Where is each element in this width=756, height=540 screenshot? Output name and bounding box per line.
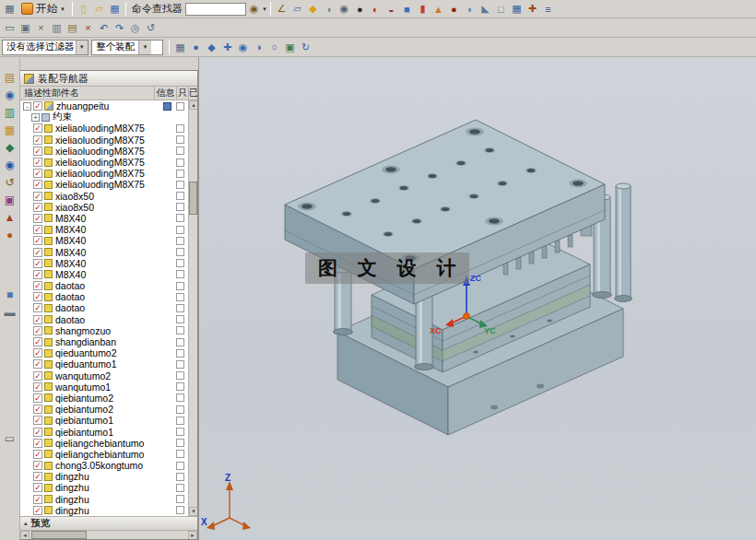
tree-row[interactable]: ✓daotao [20,280,188,291]
paste-icon[interactable]: ▤ [65,20,80,36]
component-checkbox[interactable]: ✓ [33,461,42,470]
wcs-origin-ball[interactable] [464,313,470,320]
gear-icon[interactable]: ◎ [127,20,143,36]
component-checkbox[interactable]: ✓ [33,359,42,369]
tree-row[interactable]: ✓xieliaoluodingM8X75 [20,168,188,179]
tree-row[interactable]: ✓dingzhu [20,482,188,493]
tree-row[interactable]: ✓qieliangchebiantumo [20,449,188,460]
wcs-x-label[interactable]: XC [430,326,442,335]
tree-row[interactable]: ✓shangdianban [20,336,188,347]
scrollbar-thumb[interactable] [189,182,197,215]
sphere-icon[interactable]: ● [446,1,462,17]
caret-down-icon[interactable]: ▼ [138,41,151,54]
readonly-checkbox[interactable] [176,214,184,222]
boolean-intersect-icon[interactable]: ◒ [384,1,399,17]
fit-view-icon[interactable]: ▣ [282,40,298,55]
readonly-checkbox[interactable] [176,293,184,301]
readonly-checkbox[interactable] [176,439,184,447]
part-navigator-icon[interactable]: ▥ [2,105,18,120]
extrude-icon[interactable]: ◆ [305,1,321,17]
readonly-checkbox[interactable] [176,315,184,323]
expand-toggle[interactable]: + [31,113,40,122]
tree-row[interactable]: ✓daotao [20,291,188,302]
history-icon[interactable]: ↺ [2,175,18,190]
readonly-checkbox[interactable] [176,170,184,178]
web-browser-icon[interactable]: ◉ [2,158,18,172]
component-checkbox[interactable]: ✓ [33,101,42,111]
copy-icon[interactable]: ▥ [49,20,65,36]
intersection-point-icon[interactable]: ✚ [219,40,235,55]
readonly-checkbox[interactable] [176,147,184,155]
shell-icon[interactable]: □ [493,1,509,17]
component-checkbox[interactable]: ✓ [33,439,42,448]
arc-center-icon[interactable]: ◉ [235,40,251,55]
tree-row[interactable]: ✓daotao [20,302,188,313]
hole-icon[interactable]: ◉ [337,1,352,17]
vertical-scrollbar[interactable]: ▲ ▼ [188,100,197,516]
tree-row[interactable]: ✓M8X40 [20,235,188,246]
start-menu-button[interactable]: 开始 ▼ [18,1,69,18]
component-checkbox[interactable]: ✓ [33,281,42,290]
constraint-navigator-icon[interactable]: ◉ [2,88,18,102]
midpoint-icon[interactable]: ◆ [204,40,219,55]
tree-row[interactable]: ✓dingzhu [20,471,188,482]
component-checkbox[interactable]: ✓ [33,450,42,459]
scroll-left-icon[interactable]: ◄ [20,531,30,540]
horizontal-scrollbar[interactable]: ◄ ► [20,530,197,539]
expand-toggle[interactable]: - [23,102,31,111]
save-icon[interactable]: ▦ [107,1,123,17]
component-checkbox[interactable]: ✓ [33,158,42,167]
tree-row[interactable]: ✓qieliangchebiantumo [20,438,188,449]
boolean-subtract-icon[interactable]: ◐ [368,1,384,17]
component-checkbox[interactable]: ✓ [33,416,42,425]
pattern-feature-icon[interactable]: ▦ [509,1,525,17]
tree-row[interactable]: ✓qiebiantumo1 [20,426,188,437]
selection-filter-combo[interactable]: 没有选择过滤器 ▼ [2,40,89,55]
3d-model-canvas[interactable]: ZC YC XC Z X [199,57,756,540]
component-checkbox[interactable]: ✓ [33,248,42,257]
tree-row[interactable]: ✓dingzhu [20,494,188,505]
tree-row[interactable]: ✓M8X40 [20,213,188,224]
tree-row[interactable]: ✓qieduantumo2 [20,347,188,358]
readonly-checkbox[interactable] [176,181,184,189]
component-checkbox[interactable]: ✓ [33,123,42,133]
readonly-checkbox[interactable] [176,326,184,335]
readonly-checkbox[interactable] [176,405,184,414]
readonly-checkbox[interactable] [176,192,184,200]
component-checkbox[interactable]: ✓ [33,337,42,346]
undo-icon[interactable]: ↶ [96,20,112,36]
component-checkbox[interactable]: ✓ [33,169,42,178]
readonly-checkbox[interactable] [176,203,184,211]
readonly-checkbox[interactable] [176,270,184,278]
assembly-navigator-icon[interactable]: ▤ [2,70,18,85]
component-checkbox[interactable]: ✓ [33,371,42,381]
readonly-checkbox[interactable] [176,484,184,492]
component-checkbox[interactable]: ✓ [33,203,42,212]
delete-icon[interactable]: × [80,20,96,36]
readonly-checkbox[interactable] [176,248,184,256]
system-scenes-icon[interactable]: ■ [2,288,18,302]
cut-icon[interactable]: × [33,20,49,36]
roles-icon[interactable]: ● [2,228,18,242]
readonly-checkbox[interactable] [176,102,184,111]
new-file-icon[interactable]: ▯ [76,1,91,17]
readonly-checkbox[interactable] [176,338,184,346]
component-checkbox[interactable]: ✓ [33,393,42,403]
readonly-checkbox[interactable] [176,158,184,167]
cone-icon[interactable]: ▲ [431,1,446,17]
tree-row[interactable]: ✓qiebiantumo2 [20,393,188,404]
component-checkbox[interactable]: ✓ [33,259,42,268]
column-header-name[interactable]: 描述性部件名 [20,87,155,100]
refresh-view-icon[interactable]: ↻ [298,40,313,55]
reuse-library-icon[interactable]: ▦ [2,123,18,137]
caret-down-icon[interactable]: ▼ [76,41,88,54]
component-checkbox[interactable]: ✓ [33,236,42,245]
readonly-checkbox[interactable] [176,473,184,481]
component-checkbox[interactable]: ✓ [33,506,42,515]
tree-row[interactable]: ✓xiao8x50 [20,191,188,202]
readonly-checkbox[interactable] [176,495,184,503]
readonly-checkbox[interactable] [176,237,184,245]
tree-row[interactable]: +约束 [20,112,188,123]
touch-panel-icon[interactable]: ▭ [2,431,18,446]
tree-row[interactable]: ✓M8X40 [20,269,188,280]
